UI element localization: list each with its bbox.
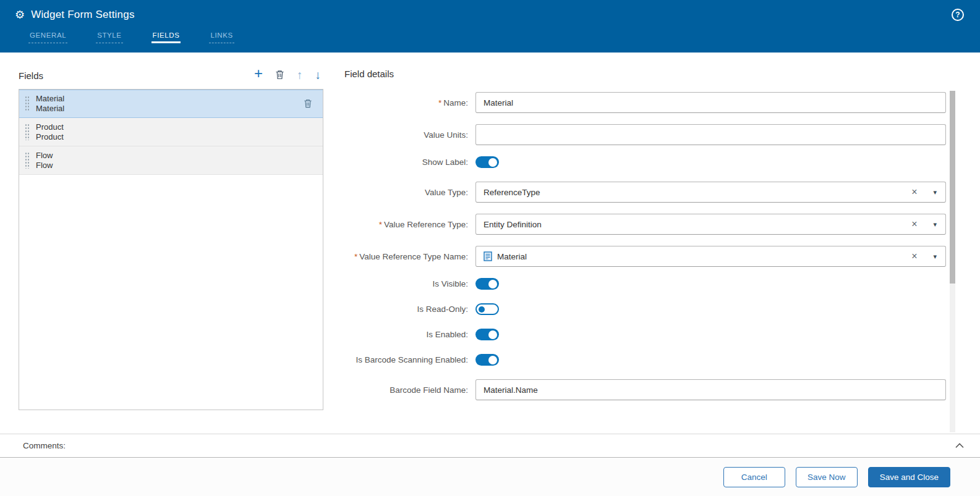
tab-fields[interactable]: FIELDS: [151, 30, 181, 43]
is-visible-toggle[interactable]: [475, 278, 499, 290]
value-reference-type-dropdown[interactable]: Entity Definition × ▾: [475, 214, 946, 235]
save-and-close-button[interactable]: Save and Close: [868, 467, 950, 487]
field-list-item-material[interactable]: Material Material: [19, 90, 323, 118]
value-type-value: ReferenceType: [484, 188, 911, 197]
fields-panel: Fields + ↑ ↓ Material Material: [19, 53, 323, 434]
required-marker: *: [438, 98, 441, 107]
is-barcode-scanning-enabled-toggle[interactable]: [475, 354, 499, 366]
name-input[interactable]: [475, 92, 946, 113]
trash-icon: [275, 70, 284, 80]
comments-label: Comments:: [23, 441, 66, 450]
is-barcode-scanning-enabled-label: Is Barcode Scanning Enabled:: [344, 355, 475, 364]
chevron-down-icon[interactable]: ▾: [933, 253, 937, 260]
help-icon[interactable]: ?: [952, 9, 964, 21]
tab-general[interactable]: GENERAL: [28, 30, 67, 43]
tab-links[interactable]: LINKS: [209, 30, 234, 43]
field-details-form: *Name: Value Units: Show Label:: [344, 92, 955, 400]
show-label-label: Show Label:: [344, 158, 475, 167]
footer-bar: Cancel Save Now Save and Close: [0, 457, 980, 496]
move-down-button[interactable]: ↓: [315, 69, 322, 81]
fields-panel-title: Fields: [19, 70, 43, 81]
delete-field-button[interactable]: [275, 70, 284, 80]
is-visible-row: Is Visible:: [344, 278, 946, 290]
title-bar: ⚙ Widget Form Settings ?: [0, 0, 980, 30]
drag-handle-icon[interactable]: [25, 124, 29, 140]
comments-bar: Comments:: [0, 434, 980, 457]
field-item-name: Product: [36, 122, 64, 132]
drag-handle-icon[interactable]: [25, 96, 29, 112]
drag-handle-icon[interactable]: [25, 152, 29, 169]
is-read-only-row: Is Read-Only:: [344, 303, 946, 315]
value-reference-type-name-label: Value Reference Type Name:: [359, 252, 468, 261]
is-read-only-toggle[interactable]: [475, 303, 499, 315]
page-title: Widget Form Settings: [31, 9, 952, 21]
clear-icon[interactable]: ×: [911, 251, 917, 261]
scrollbar-thumb[interactable]: [950, 91, 955, 284]
is-enabled-label: Is Enabled:: [344, 330, 475, 339]
field-list: Material Material Product Product: [19, 89, 323, 410]
clear-icon[interactable]: ×: [911, 219, 917, 229]
top-bar: ⚙ Widget Form Settings ? GENERAL STYLE F…: [0, 0, 980, 53]
clear-icon[interactable]: ×: [911, 187, 917, 197]
value-type-row: Value Type: ReferenceType × ▾: [344, 182, 946, 203]
is-enabled-row: Is Enabled:: [344, 329, 946, 340]
is-enabled-toggle[interactable]: [475, 329, 499, 340]
field-item-subtitle: Material: [36, 104, 64, 114]
is-read-only-label: Is Read-Only:: [344, 305, 475, 314]
is-visible-label: Is Visible:: [344, 279, 475, 288]
entity-definition-icon: [484, 251, 492, 261]
chevron-down-icon[interactable]: ▾: [933, 221, 937, 228]
value-type-dropdown[interactable]: ReferenceType × ▾: [475, 182, 946, 203]
field-list-item-flow[interactable]: Flow Flow: [19, 146, 323, 175]
field-item-name: Material: [36, 94, 64, 104]
barcode-field-name-label: Barcode Field Name:: [344, 385, 475, 395]
name-row: *Name:: [344, 92, 946, 113]
trash-icon: [304, 99, 312, 108]
field-item-subtitle: Product: [36, 132, 64, 142]
chevron-up-icon: [955, 443, 964, 448]
value-units-label: Value Units:: [344, 130, 475, 140]
add-field-button[interactable]: +: [254, 66, 263, 81]
collapse-comments-button[interactable]: [955, 443, 964, 448]
show-label-row: Show Label:: [344, 156, 946, 168]
field-details-panel: Field details *Name: Value Units:: [323, 53, 955, 434]
field-details-title: Field details: [344, 69, 955, 79]
delete-item-button[interactable]: [304, 99, 312, 111]
field-item-subtitle: Flow: [36, 161, 53, 170]
barcode-field-name-input[interactable]: [475, 379, 946, 400]
main-content: Fields + ↑ ↓ Material Material: [0, 53, 980, 434]
value-reference-type-name-value: Material: [497, 252, 911, 261]
value-units-row: Value Units:: [344, 124, 946, 145]
value-reference-type-row: *Value Reference Type: Entity Definition…: [344, 214, 946, 235]
field-list-item-product[interactable]: Product Product: [19, 118, 323, 146]
field-item-name: Flow: [36, 151, 53, 161]
fields-toolbar: + ↑ ↓: [254, 69, 321, 81]
save-now-button[interactable]: Save Now: [796, 467, 858, 487]
tab-bar: GENERAL STYLE FIELDS LINKS: [0, 30, 980, 43]
value-reference-type-name-row: *Value Reference Type Name: Material × ▾: [344, 246, 946, 267]
cancel-button[interactable]: Cancel: [723, 467, 785, 487]
gear-icon: ⚙: [15, 9, 25, 20]
is-barcode-scanning-enabled-row: Is Barcode Scanning Enabled:: [344, 354, 946, 366]
value-reference-type-value: Entity Definition: [484, 220, 911, 229]
required-marker: *: [379, 220, 382, 229]
barcode-field-name-row: Barcode Field Name:: [344, 379, 946, 400]
value-type-label: Value Type:: [344, 188, 475, 197]
value-reference-type-label: Value Reference Type:: [384, 220, 468, 229]
move-up-button[interactable]: ↑: [297, 69, 303, 81]
value-units-input[interactable]: [475, 124, 946, 145]
details-scrollbar[interactable]: [950, 91, 955, 432]
show-label-toggle[interactable]: [475, 156, 499, 168]
value-reference-type-name-dropdown[interactable]: Material × ▾: [475, 246, 946, 267]
chevron-down-icon[interactable]: ▾: [933, 189, 937, 196]
tab-style[interactable]: STYLE: [96, 30, 122, 43]
required-marker: *: [354, 252, 357, 261]
name-label: Name:: [443, 98, 468, 107]
